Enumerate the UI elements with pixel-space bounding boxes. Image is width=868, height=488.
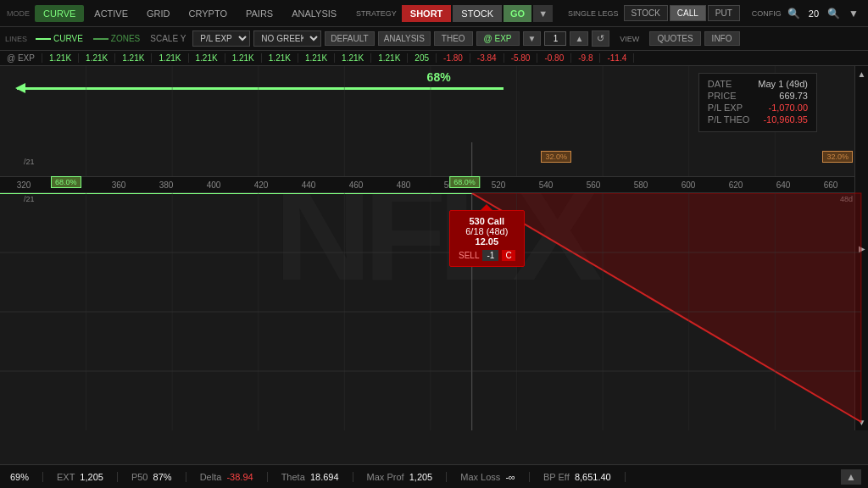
at-exp-label: @ EXP (0, 53, 42, 63)
x-label-660: 660 (807, 180, 854, 190)
filter-icon[interactable]: ▼ (846, 8, 861, 19)
greek-select[interactable]: NO GREEK (253, 30, 321, 47)
val-14: -0.80 (537, 53, 571, 63)
values-bar: @ EXP 1.21K 1.21K 1.21K 1.21K 1.21K 1.21… (0, 51, 868, 66)
val-13: -5.80 (504, 53, 538, 63)
val-3: 1.21K (152, 53, 188, 63)
scale-y-label: SCALE Y (147, 34, 189, 43)
zones-item: ZONES (90, 32, 143, 45)
badge-32-right: 32.0% (541, 151, 571, 163)
info-button[interactable]: INFO (704, 31, 740, 46)
x-label-600: 600 (665, 180, 712, 190)
date-key: DATE (708, 79, 732, 89)
val-8: 1.21K (335, 53, 371, 63)
stat-maxprof: Max Prof 1,205 (353, 472, 448, 482)
x-label-400: 400 (190, 180, 237, 190)
mode-label: MODE (3, 9, 33, 18)
pl-theo-value: -10,960.95 (763, 114, 808, 125)
val-11: -1.80 (437, 53, 470, 63)
second-bar: LINES CURVE ZONES SCALE Y P/L EXP NO GRE… (0, 27, 868, 51)
ext-value: 1,205 (80, 472, 103, 482)
sell-quantity[interactable]: -1 (482, 250, 498, 261)
single-legs-label: SINGLE LEGS (568, 9, 619, 18)
default-button[interactable]: DEFAULT (325, 31, 374, 46)
val-5: 1.21K (225, 53, 262, 63)
sell-code[interactable]: C (502, 250, 515, 261)
call-price: 12.05 (459, 236, 515, 247)
val-15: -9.8 (571, 53, 600, 63)
stock-button[interactable]: STOCK (453, 5, 502, 22)
theo-button[interactable]: THEO (434, 31, 473, 46)
quotes-button[interactable]: QUOTES (649, 31, 700, 46)
svg-marker-1 (472, 193, 861, 422)
tab-crypto[interactable]: CRYPTO (181, 5, 236, 22)
maxloss-value: -∞ (505, 472, 515, 482)
x-label-460: 460 (332, 180, 380, 190)
bpeff-label: BP Eff (543, 472, 570, 482)
pl-theo-key: P/L THEO (708, 114, 750, 125)
go-button[interactable]: GO (504, 5, 531, 22)
chart-area[interactable]: NFLX DATE May 1 (49d) PRI (0, 66, 868, 430)
maxloss-label: Max Loss (460, 472, 500, 482)
search2-icon[interactable]: 🔍 (825, 8, 843, 19)
arrow-up-button[interactable]: ▲ (570, 31, 588, 46)
pl-exp-select[interactable]: P/L EXP (192, 30, 250, 47)
x-label-580: 580 (617, 180, 665, 190)
stat-pct: 69% (7, 472, 43, 482)
x-label-520: 520 (475, 180, 522, 190)
x-label-420: 420 (237, 180, 285, 190)
scroll-right[interactable]: ▲ ▶ ▼ (854, 66, 868, 430)
sell-label: SELL (459, 251, 479, 260)
zones-line-icon (93, 38, 108, 40)
stat-maxloss: Max Loss -∞ (447, 472, 530, 482)
val-6: 1.21K (262, 53, 298, 63)
maxprof-label: Max Prof (367, 472, 404, 482)
call-leg-button[interactable]: CALL (670, 5, 706, 21)
put-leg-button[interactable]: PUT (708, 5, 740, 21)
x-label-360: 360 (95, 180, 142, 190)
x-label-560: 560 (570, 180, 617, 190)
short-button[interactable]: SHORT (402, 5, 452, 22)
strategy-group: STRATEGY SHORT STOCK GO ▼ (356, 5, 553, 22)
tab-curve[interactable]: CURVE (35, 5, 84, 22)
date-label-bottom: 48d (840, 195, 853, 203)
scroll-up-icon[interactable]: ▲ (858, 69, 866, 79)
arrow-down-button[interactable]: ▼ (523, 31, 542, 46)
call-date: 6/18 (48d) (459, 226, 515, 236)
svg-line-3 (472, 193, 861, 422)
x-label-480: 480 (380, 180, 427, 190)
quantity-input[interactable] (544, 31, 566, 46)
tab-pairs[interactable]: PAIRS (237, 5, 281, 22)
x-label-620: 620 (712, 180, 760, 190)
call-popup[interactable]: 530 Call 6/18 (48d) 12.05 SELL -1 C (449, 210, 525, 267)
search-icon[interactable]: 🔍 (785, 8, 803, 19)
date-value: May 1 (49d) (758, 79, 808, 89)
delta-label: Delta (200, 472, 222, 482)
badge-68-left: 68.0% (51, 176, 81, 188)
stat-p50: P50 87% (118, 472, 186, 482)
curve-item: CURVE (32, 32, 86, 45)
stat-bpeff: BP Eff 8,651.40 (530, 472, 626, 482)
call-title: 530 Call (459, 216, 515, 226)
zones-label: ZONES (111, 34, 140, 43)
analysis-button[interactable]: ANALYSIS (378, 31, 431, 46)
maxprof-value: 1,205 (409, 472, 433, 482)
scroll-right-icon[interactable]: ▶ (859, 244, 865, 253)
config-group: CONFIG 🔍 20 🔍 ▼ (752, 8, 861, 19)
x-label-380: 380 (142, 180, 190, 190)
tab-analysis[interactable]: ANALYSIS (283, 5, 345, 22)
atexp-button[interactable]: @ EXP (476, 31, 520, 46)
status-bar: 69% EXT 1,205 P50 87% Delta -38.94 Theta… (0, 464, 868, 488)
strategy-dropdown[interactable]: ▼ (533, 5, 553, 22)
val-9: 1.21K (371, 53, 408, 63)
tab-grid[interactable]: GRID (138, 5, 179, 22)
svg-marker-0 (472, 193, 861, 422)
p50-value: 87% (153, 472, 172, 482)
theta-label: Theta (281, 472, 305, 482)
status-arrow-up[interactable]: ▲ (841, 469, 861, 485)
date-label-arrow-top: /21 (24, 158, 35, 166)
refresh-button[interactable]: ↺ (592, 30, 609, 47)
scroll-down-icon[interactable]: ▼ (858, 418, 866, 427)
stock-leg-button[interactable]: STOCK (624, 5, 668, 21)
tab-active[interactable]: ACTIVE (86, 5, 136, 22)
